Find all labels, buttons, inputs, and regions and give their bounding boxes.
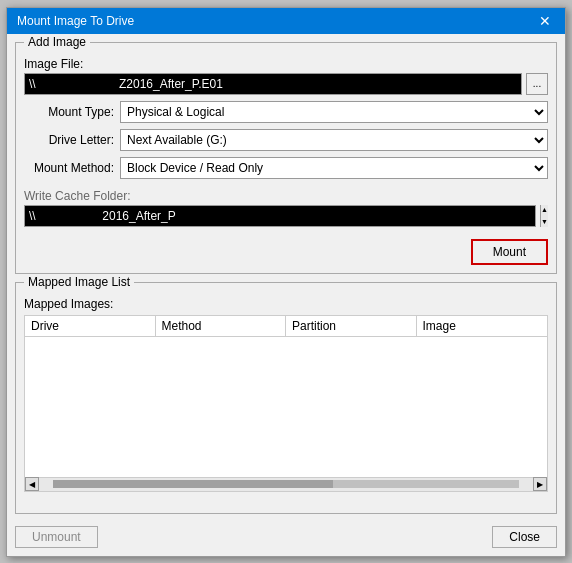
- mount-button[interactable]: Mount: [471, 239, 548, 265]
- scroll-left-arrow[interactable]: ◀: [25, 477, 39, 491]
- table-header: Drive Method Partition Image: [25, 316, 547, 337]
- mount-image-dialog: Mount Image To Drive ✕ Add Image Image F…: [6, 7, 566, 557]
- drive-letter-select[interactable]: Next Available (G:) A: B:: [120, 129, 548, 151]
- table-body: [25, 337, 547, 477]
- browse-button[interactable]: ...: [526, 73, 548, 95]
- mount-type-select[interactable]: Physical & Logical Physical Logical: [120, 101, 548, 123]
- write-cache-input[interactable]: [24, 205, 536, 227]
- add-image-group: Add Image Image File: ... Mount Type: Ph…: [15, 42, 557, 274]
- col-drive: Drive: [25, 316, 156, 336]
- horizontal-scrollbar[interactable]: ◀ ▶: [25, 477, 547, 491]
- image-file-row: ...: [24, 73, 548, 95]
- mapped-image-list-label: Mapped Image List: [24, 275, 134, 289]
- add-image-form: Image File: ... Mount Type: Physical & L…: [24, 57, 548, 265]
- dialog-content: Add Image Image File: ... Mount Type: Ph…: [7, 34, 565, 556]
- image-file-label: Image File:: [24, 57, 548, 71]
- mount-method-label: Mount Method:: [24, 161, 114, 175]
- close-dialog-button[interactable]: Close: [492, 526, 557, 548]
- footer-buttons: Unmount Close: [15, 526, 557, 548]
- mapped-images-label: Mapped Images:: [24, 297, 548, 311]
- write-cache-label: Write Cache Folder:: [24, 189, 548, 203]
- image-file-input[interactable]: [24, 73, 522, 95]
- mount-method-row: Mount Method: Block Device / Read Only B…: [24, 157, 548, 179]
- scroll-track[interactable]: [53, 480, 519, 488]
- close-icon[interactable]: ✕: [535, 14, 555, 28]
- add-image-group-label: Add Image: [24, 35, 90, 49]
- mapped-image-list-group: Mapped Image List Mapped Images: Drive M…: [15, 282, 557, 514]
- mount-type-label: Mount Type:: [24, 105, 114, 119]
- unmount-button[interactable]: Unmount: [15, 526, 98, 548]
- mapped-table-wrapper: Drive Method Partition Image ◀ ▶: [24, 315, 548, 492]
- image-file-section: Image File: ...: [24, 57, 548, 95]
- scroll-down-arrow[interactable]: ▼: [541, 217, 548, 227]
- scroll-up-arrow[interactable]: ▲: [541, 205, 548, 215]
- mount-type-row: Mount Type: Physical & Logical Physical …: [24, 101, 548, 123]
- mount-button-row: Mount: [24, 239, 548, 265]
- mount-method-select[interactable]: Block Device / Read Only Block Device / …: [120, 157, 548, 179]
- title-bar: Mount Image To Drive ✕: [7, 8, 565, 34]
- drive-letter-label: Drive Letter:: [24, 133, 114, 147]
- scroll-right-arrow[interactable]: ▶: [533, 477, 547, 491]
- col-method: Method: [156, 316, 287, 336]
- scroll-thumb[interactable]: [53, 480, 333, 488]
- col-image: Image: [417, 316, 548, 336]
- write-cache-section: Write Cache Folder: ▲ ▼: [24, 189, 548, 227]
- write-cache-input-row: ▲ ▼: [24, 205, 548, 227]
- col-partition: Partition: [286, 316, 417, 336]
- dialog-title: Mount Image To Drive: [17, 14, 134, 28]
- mapped-images-section: Mapped Images: Drive Method Partition Im…: [24, 297, 548, 492]
- drive-letter-row: Drive Letter: Next Available (G:) A: B:: [24, 129, 548, 151]
